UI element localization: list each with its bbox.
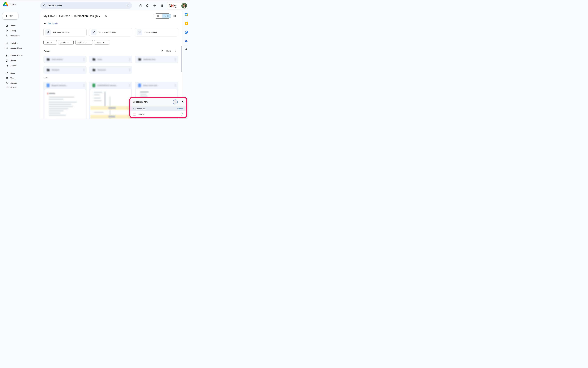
collapse-button[interactable]: [173, 100, 178, 104]
contacts-button[interactable]: [184, 38, 189, 43]
sidebar-item-my-drive[interactable]: ▸ My Drive: [0, 41, 40, 46]
avatar[interactable]: [181, 3, 187, 9]
more-options-icon[interactable]: [83, 58, 84, 61]
sort-by-name[interactable]: Name: [166, 50, 172, 52]
grid-view-button-selected[interactable]: [163, 14, 171, 18]
sidebar-item-trash[interactable]: Trash: [0, 75, 40, 81]
sidebar-item-shared-with-me[interactable]: Shared with me: [0, 53, 40, 58]
more-options-icon[interactable]: [129, 69, 130, 71]
topbar: Drive Search in Drive N N / g: [0, 0, 190, 10]
chevron-down-icon: [67, 42, 69, 43]
folder-card[interactable]: Exam: [89, 56, 132, 63]
folder-card[interactable]: Research: [43, 66, 87, 74]
file-name: Blueprint Interactio...: [52, 84, 67, 86]
settings-button[interactable]: [146, 4, 149, 7]
doc-sparkle-icon: [45, 29, 51, 35]
cancel-upload-button[interactable]: Cancel: [177, 108, 183, 110]
sidebar-item-starred[interactable]: Starred: [0, 63, 40, 68]
star-icon: [5, 64, 8, 67]
filter-label: People: [61, 41, 66, 43]
upload-progress-row: 1 hr 39 min left... Cancel: [130, 106, 186, 111]
breadcrumb-my-drive[interactable]: My Drive: [43, 14, 55, 18]
scrollbar[interactable]: [181, 46, 182, 72]
list-view-icon: [157, 15, 159, 17]
sidebar-item-home[interactable]: Home: [0, 23, 40, 28]
search-input[interactable]: Search in Drive: [48, 4, 62, 7]
share-people-icon[interactable]: [104, 15, 107, 18]
expand-caret-icon[interactable]: ▸: [4, 47, 5, 49]
expand-caret-icon[interactable]: ▸: [4, 42, 5, 44]
account-chip[interactable]: N N / g: [167, 2, 188, 9]
logo-letter: N: [169, 4, 171, 8]
arrow-up-icon[interactable]: [161, 50, 163, 52]
folder-card[interactable]: Resources: [89, 66, 132, 74]
keep-icon: [185, 22, 188, 25]
chevron-down-icon: [85, 42, 87, 43]
help-button[interactable]: [139, 4, 142, 7]
upload-toast-header: Uploading 1 item: [130, 98, 186, 106]
file-card[interactable]: Blueprint Interactio...: [43, 82, 87, 119]
more-options-icon[interactable]: [129, 58, 130, 61]
close-icon: [181, 100, 184, 103]
gemini-card-label: Ask about this folder: [53, 31, 69, 33]
contacts-icon: [185, 39, 188, 43]
folder-name: Desk versions: [52, 58, 63, 60]
gemini-card-create-faq[interactable]: Create an FAQ: [135, 28, 178, 36]
more-options-icon[interactable]: [83, 69, 84, 71]
file-card[interactable]: CONFERENCE Interacti...: [89, 82, 132, 119]
apps-button[interactable]: [160, 4, 163, 7]
ask-gemini-toggle[interactable]: Ask Gemini: [44, 23, 58, 25]
list-view-button[interactable]: [154, 14, 163, 18]
sidebar-item-label: Activity: [10, 30, 16, 32]
more-options-icon[interactable]: [175, 50, 176, 52]
view-toggle: [154, 13, 171, 18]
gemini-card-ask-about-folder[interactable]: Ask about this folder: [43, 28, 87, 36]
folder-card[interactable]: Desk versions: [43, 56, 87, 63]
gemini-sparkle-icon: [153, 4, 156, 7]
breadcrumb-courses[interactable]: Courses: [59, 14, 70, 18]
gear-icon: [146, 4, 149, 7]
tasks-icon: [185, 31, 188, 34]
sidebar-item-storage[interactable]: Storage: [0, 81, 40, 85]
uploading-file-name: Deck.key: [138, 113, 145, 115]
calendar-icon: 31: [185, 13, 188, 16]
search-bar[interactable]: Search in Drive: [40, 2, 132, 9]
get-addons-button[interactable]: [184, 47, 189, 52]
cloud-icon: [5, 82, 8, 84]
close-button[interactable]: [181, 100, 184, 103]
keep-button[interactable]: [184, 21, 189, 26]
drive-brand[interactable]: Drive: [3, 2, 16, 6]
tasks-button[interactable]: [184, 30, 189, 35]
more-options-icon[interactable]: [175, 58, 176, 61]
tune-icon[interactable]: [126, 4, 129, 7]
filter-chip-modified[interactable]: Modified: [75, 40, 93, 45]
more-options-icon[interactable]: [83, 84, 84, 87]
sidebar-item-shared-drives[interactable]: ▸ Shared drives: [0, 46, 40, 51]
plus-icon: [185, 48, 188, 51]
more-options-icon[interactable]: [175, 84, 176, 87]
breadcrumb-current-folder[interactable]: Interaction Design: [74, 14, 100, 18]
filter-chip-source[interactable]: Source: [94, 40, 109, 45]
help-icon: [139, 4, 142, 7]
more-options-icon[interactable]: [129, 84, 130, 87]
sidebar-item-activity[interactable]: Activity: [0, 28, 40, 33]
filter-label: Source: [96, 41, 101, 43]
sidebar-item-recent[interactable]: Recent: [0, 58, 40, 63]
sidebar-item-label: Shared with me: [10, 55, 23, 57]
sidebar-item-spam[interactable]: Spam: [0, 71, 40, 75]
folder-name: Resources: [98, 69, 106, 71]
new-button[interactable]: New: [2, 12, 18, 19]
gemini-card-summarize-folder[interactable]: Summarize this folder: [89, 28, 132, 36]
upload-file-row[interactable]: Deck.key: [130, 111, 186, 117]
calendar-button[interactable]: 31: [184, 12, 189, 17]
file-name: Debut course outli...: [143, 84, 158, 86]
filter-chip-type[interactable]: Type: [43, 40, 57, 45]
details-button[interactable]: [173, 14, 176, 18]
filter-chip-people[interactable]: People: [59, 40, 74, 45]
sidebar-item-workspaces[interactable]: Workspaces: [0, 33, 40, 38]
drive-logo-icon: [3, 2, 8, 6]
folder-card[interactable]: Moderator Docs: [135, 56, 178, 63]
sidebar-item-label: My Drive: [10, 42, 18, 44]
gemini-button[interactable]: [153, 4, 156, 7]
app-title: Drive: [10, 3, 16, 6]
